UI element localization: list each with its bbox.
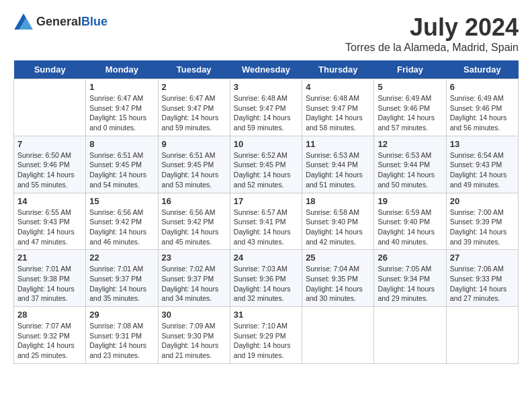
- cell-info: Sunrise: 6:50 AMSunset: 9:46 PMDaylight:…: [17, 151, 75, 189]
- header-friday: Friday: [374, 60, 446, 79]
- calendar-cell: 10 Sunrise: 6:52 AMSunset: 9:45 PMDaylig…: [230, 136, 302, 193]
- calendar-week-row: 14 Sunrise: 6:55 AMSunset: 9:43 PMDaylig…: [14, 193, 519, 250]
- calendar-cell: 6 Sunrise: 6:49 AMSunset: 9:46 PMDayligh…: [446, 79, 518, 136]
- cell-info: Sunrise: 7:09 AMSunset: 9:30 PMDaylight:…: [162, 322, 219, 359]
- cell-info: Sunrise: 7:06 AMSunset: 9:33 PMDaylight:…: [450, 265, 507, 302]
- calendar-week-row: 7 Sunrise: 6:50 AMSunset: 9:46 PMDayligh…: [14, 136, 519, 193]
- calendar-cell: 19 Sunrise: 6:59 AMSunset: 9:40 PMDaylig…: [374, 193, 446, 250]
- cell-info: Sunrise: 6:52 AMSunset: 9:45 PMDaylight:…: [234, 151, 291, 189]
- calendar-cell: 13 Sunrise: 6:54 AMSunset: 9:43 PMDaylig…: [446, 136, 518, 193]
- calendar-cell: 2 Sunrise: 6:47 AMSunset: 9:47 PMDayligh…: [158, 79, 230, 136]
- cell-info: Sunrise: 6:49 AMSunset: 9:46 PMDaylight:…: [378, 94, 435, 132]
- cell-info: Sunrise: 7:01 AMSunset: 9:38 PMDaylight:…: [17, 265, 75, 302]
- month-title: July 2024: [345, 13, 519, 42]
- calendar-cell: [14, 79, 86, 136]
- header-tuesday: Tuesday: [158, 60, 230, 79]
- calendar-cell: 5 Sunrise: 6:49 AMSunset: 9:46 PMDayligh…: [374, 79, 446, 136]
- date-number: 1: [89, 82, 154, 92]
- calendar-cell: 31 Sunrise: 7:10 AMSunset: 9:29 PMDaylig…: [230, 307, 302, 364]
- calendar-cell: 30 Sunrise: 7:09 AMSunset: 9:30 PMDaylig…: [158, 307, 230, 364]
- calendar-cell: 28 Sunrise: 7:07 AMSunset: 9:32 PMDaylig…: [14, 307, 86, 364]
- cell-info: Sunrise: 6:49 AMSunset: 9:46 PMDaylight:…: [450, 94, 507, 132]
- date-number: 12: [378, 139, 442, 149]
- cell-info: Sunrise: 7:01 AMSunset: 9:37 PMDaylight:…: [89, 265, 146, 302]
- cell-info: Sunrise: 7:08 AMSunset: 9:31 PMDaylight:…: [89, 322, 146, 359]
- cell-info: Sunrise: 7:07 AMSunset: 9:32 PMDaylight:…: [17, 322, 75, 359]
- date-number: 26: [378, 253, 442, 263]
- header-sunday: Sunday: [14, 60, 86, 79]
- calendar-cell: [302, 307, 374, 364]
- cell-info: Sunrise: 6:58 AMSunset: 9:40 PMDaylight:…: [306, 208, 363, 246]
- cell-info: Sunrise: 7:05 AMSunset: 9:34 PMDaylight:…: [378, 265, 435, 302]
- calendar-week-row: 28 Sunrise: 7:07 AMSunset: 9:32 PMDaylig…: [14, 307, 519, 364]
- date-number: 19: [378, 196, 442, 206]
- calendar-cell: 21 Sunrise: 7:01 AMSunset: 9:38 PMDaylig…: [14, 250, 86, 307]
- date-number: 15: [89, 196, 154, 206]
- cell-info: Sunrise: 6:53 AMSunset: 9:44 PMDaylight:…: [306, 151, 363, 189]
- cell-info: Sunrise: 7:04 AMSunset: 9:35 PMDaylight:…: [306, 265, 363, 302]
- calendar-cell: 20 Sunrise: 7:00 AMSunset: 9:39 PMDaylig…: [446, 193, 518, 250]
- cell-info: Sunrise: 6:47 AMSunset: 9:47 PMDaylight:…: [89, 94, 146, 132]
- location-title: Torres de la Alameda, Madrid, Spain: [345, 42, 519, 54]
- calendar-cell: 15 Sunrise: 6:56 AMSunset: 9:42 PMDaylig…: [86, 193, 158, 250]
- cell-info: Sunrise: 6:59 AMSunset: 9:40 PMDaylight:…: [378, 208, 435, 246]
- cell-info: Sunrise: 6:56 AMSunset: 9:42 PMDaylight:…: [89, 208, 146, 246]
- cell-info: Sunrise: 6:51 AMSunset: 9:45 PMDaylight:…: [162, 151, 219, 189]
- date-number: 6: [450, 82, 515, 92]
- page-header: GeneralBlue July 2024 Torres de la Alame…: [13, 13, 519, 54]
- calendar-cell: 24 Sunrise: 7:03 AMSunset: 9:36 PMDaylig…: [230, 250, 302, 307]
- date-number: 11: [306, 139, 370, 149]
- calendar-header-row: SundayMondayTuesdayWednesdayThursdayFrid…: [14, 60, 519, 79]
- date-number: 17: [234, 196, 298, 206]
- date-number: 31: [234, 310, 298, 320]
- cell-info: Sunrise: 7:10 AMSunset: 9:29 PMDaylight:…: [234, 322, 291, 359]
- logo-blue-text: Blue: [81, 15, 107, 28]
- cell-info: Sunrise: 6:51 AMSunset: 9:45 PMDaylight:…: [89, 151, 146, 189]
- header-wednesday: Wednesday: [230, 60, 302, 79]
- calendar-cell: 16 Sunrise: 6:56 AMSunset: 9:42 PMDaylig…: [158, 193, 230, 250]
- cell-info: Sunrise: 7:00 AMSunset: 9:39 PMDaylight:…: [450, 208, 507, 246]
- cell-info: Sunrise: 6:57 AMSunset: 9:41 PMDaylight:…: [234, 208, 291, 246]
- date-number: 21: [17, 253, 82, 263]
- date-number: 22: [89, 253, 154, 263]
- cell-info: Sunrise: 7:03 AMSunset: 9:36 PMDaylight:…: [234, 265, 291, 302]
- calendar-week-row: 21 Sunrise: 7:01 AMSunset: 9:38 PMDaylig…: [14, 250, 519, 307]
- date-number: 7: [17, 139, 82, 149]
- header-saturday: Saturday: [446, 60, 518, 79]
- date-number: 29: [89, 310, 154, 320]
- header-thursday: Thursday: [302, 60, 374, 79]
- cell-info: Sunrise: 6:56 AMSunset: 9:42 PMDaylight:…: [162, 208, 219, 246]
- calendar-cell: 1 Sunrise: 6:47 AMSunset: 9:47 PMDayligh…: [86, 79, 158, 136]
- date-number: 13: [450, 139, 515, 149]
- calendar-cell: 23 Sunrise: 7:02 AMSunset: 9:37 PMDaylig…: [158, 250, 230, 307]
- date-number: 10: [234, 139, 298, 149]
- calendar-cell: 27 Sunrise: 7:06 AMSunset: 9:33 PMDaylig…: [446, 250, 518, 307]
- date-number: 24: [234, 253, 298, 263]
- calendar-cell: 12 Sunrise: 6:53 AMSunset: 9:44 PMDaylig…: [374, 136, 446, 193]
- calendar-cell: [374, 307, 446, 364]
- calendar-week-row: 1 Sunrise: 6:47 AMSunset: 9:47 PMDayligh…: [14, 79, 519, 136]
- calendar-cell: 11 Sunrise: 6:53 AMSunset: 9:44 PMDaylig…: [302, 136, 374, 193]
- cell-info: Sunrise: 6:47 AMSunset: 9:47 PMDaylight:…: [162, 94, 219, 132]
- cell-info: Sunrise: 6:53 AMSunset: 9:44 PMDaylight:…: [378, 151, 435, 189]
- date-number: 16: [162, 196, 226, 206]
- cell-info: Sunrise: 6:55 AMSunset: 9:43 PMDaylight:…: [17, 208, 75, 246]
- calendar-cell: 17 Sunrise: 6:57 AMSunset: 9:41 PMDaylig…: [230, 193, 302, 250]
- date-number: 5: [378, 82, 442, 92]
- calendar-cell: 4 Sunrise: 6:48 AMSunset: 9:47 PMDayligh…: [302, 79, 374, 136]
- logo: GeneralBlue: [13, 13, 107, 30]
- calendar-cell: 29 Sunrise: 7:08 AMSunset: 9:31 PMDaylig…: [86, 307, 158, 364]
- date-number: 23: [162, 253, 226, 263]
- calendar-cell: 18 Sunrise: 6:58 AMSunset: 9:40 PMDaylig…: [302, 193, 374, 250]
- calendar-cell: [446, 307, 518, 364]
- calendar-cell: 3 Sunrise: 6:48 AMSunset: 9:47 PMDayligh…: [230, 79, 302, 136]
- date-number: 4: [306, 82, 370, 92]
- date-number: 25: [306, 253, 370, 263]
- date-number: 9: [162, 139, 226, 149]
- date-number: 2: [162, 82, 226, 92]
- logo-general-text: General: [36, 15, 81, 28]
- calendar-cell: 7 Sunrise: 6:50 AMSunset: 9:46 PMDayligh…: [14, 136, 86, 193]
- date-number: 14: [17, 196, 82, 206]
- date-number: 27: [450, 253, 515, 263]
- calendar-cell: 22 Sunrise: 7:01 AMSunset: 9:37 PMDaylig…: [86, 250, 158, 307]
